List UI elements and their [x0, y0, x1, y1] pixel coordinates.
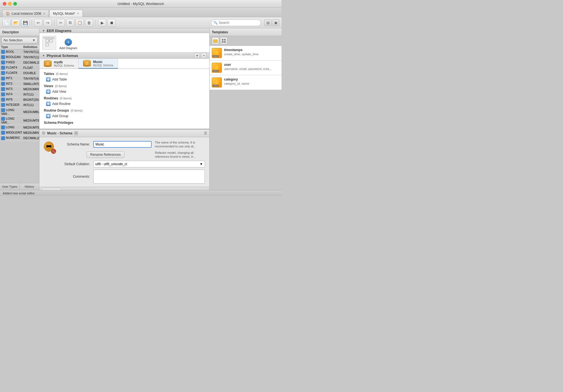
svg-rect-10	[222, 41, 223, 43]
tabbar: 🏠 Local instance 3306 ✕ MySQL Model* ✕	[0, 8, 282, 17]
search-input[interactable]	[219, 21, 258, 25]
add-table-label: Add Table	[52, 77, 67, 81]
add-view-button[interactable]: ⊕ Add View	[44, 89, 205, 94]
save-button[interactable]: 💾	[21, 19, 29, 27]
add-table-button[interactable]: ⊕ Add Table	[44, 77, 205, 82]
panel-close-button[interactable]: ✕	[74, 131, 78, 135]
type-row[interactable]: FLOAT4 FLOAT	[0, 65, 39, 71]
close-button[interactable]	[3, 2, 6, 6]
col-type-header: Type	[1, 45, 23, 49]
bottom-panel-content: 🔧 Schema Name: The name of the schema. I…	[39, 137, 209, 187]
comments-textarea[interactable]	[93, 170, 205, 184]
type-row[interactable]: BOOL TINYINT(1)	[0, 49, 39, 55]
template-thumb-category: ⭐ MWB	[212, 77, 222, 87]
window-title: Untitled - MySQL Workbench	[117, 2, 164, 6]
type-row[interactable]: LONG VAR... MEDIUMTEXT	[0, 116, 39, 125]
add-routine-button[interactable]: ⊕ Add Routine	[44, 101, 205, 107]
no-selection-select[interactable]: No Selection ▼	[2, 37, 37, 43]
delete-button[interactable]: 🗑	[85, 19, 93, 27]
schema-form-icon: 🔧	[44, 142, 56, 154]
type-row[interactable]: NUMERIC DECIMAL(1...	[0, 135, 39, 141]
schema-tab-music[interactable]: Music MySQL Schema	[79, 59, 118, 69]
copy-button[interactable]: ⧉	[66, 19, 74, 27]
view-full-button[interactable]: ▣	[272, 19, 279, 26]
main-layout: Description No Selection ▼ Type Definiti…	[0, 28, 282, 190]
type-row[interactable]: INT4 INT(11)	[0, 92, 39, 97]
toolbar: 📄 📂 💾 ↩ ↪ ✂ ⧉ 📋 🗑 ▶ ⏹ 🔍 ▤ ▣	[0, 17, 282, 28]
maximize-button[interactable]	[13, 2, 17, 6]
user-types-tab[interactable]: User Types	[0, 183, 20, 190]
center-inner: ▼ EER Diagrams PHYSICAL + Add Diagram	[39, 28, 209, 190]
svg-rect-9	[224, 39, 226, 41]
add-diagram-button[interactable]: + Add Diagram	[59, 39, 77, 50]
window-controls	[3, 2, 17, 6]
comments-row: Comments:	[59, 170, 205, 184]
tab-mysql-label: MySQL Model*	[53, 12, 75, 16]
schema-name-label: Schema Name:	[59, 142, 90, 146]
svg-rect-7	[213, 40, 217, 42]
collation-select[interactable]: utf8 - utf8_unicode_ci ▼	[93, 161, 205, 167]
type-row[interactable]: FLOAT8 DOUBLE	[0, 71, 39, 76]
type-row[interactable]: INT3 MEDIUMINT(9)	[0, 87, 39, 92]
open-button[interactable]: 📂	[12, 19, 20, 27]
tab-local-instance[interactable]: 🏠 Local instance 3306 ✕	[2, 10, 49, 17]
history-tab[interactable]: History	[20, 183, 39, 190]
view-buttons: ▤ ▣	[264, 19, 279, 26]
mydb-icon	[44, 60, 52, 67]
view-split-button[interactable]: ▤	[264, 19, 272, 26]
type-row[interactable]: BOOLEAN TINYINT(1)	[0, 55, 39, 60]
type-row[interactable]: INTEGER INT(11)	[0, 102, 39, 108]
undo-button[interactable]: ↩	[34, 19, 42, 27]
redo-button[interactable]: ↪	[44, 19, 52, 27]
schema-name-input[interactable]	[93, 141, 152, 148]
grid-svg	[222, 39, 226, 43]
add-view-label: Add View	[52, 90, 66, 94]
eer-section-title: EER Diagrams	[47, 29, 72, 33]
titlebar: Untitled - MySQL Workbench	[0, 0, 282, 8]
type-row[interactable]: INT1 TINYINT(4)	[0, 76, 39, 81]
minimize-button[interactable]	[8, 2, 12, 6]
tab-mysql-close-icon[interactable]: ✕	[77, 12, 79, 15]
left-footer-tabs: User Types History	[0, 183, 39, 190]
schema-footer-tab[interactable]: Schema	[42, 188, 61, 190]
type-row[interactable]: MIDDLEINT MEDIUMINT(9)	[0, 130, 39, 135]
template-user-cols: username, email, password, crea...	[224, 67, 272, 71]
panel-menu-button[interactable]: ☰	[204, 131, 207, 135]
remove-schema-button[interactable]: −	[201, 53, 207, 58]
type-row[interactable]: LONG VAR... MEDIUMBLOB	[0, 108, 39, 116]
center-panel: ▼ EER Diagrams PHYSICAL + Add Diagram	[39, 28, 209, 190]
type-row[interactable]: LONG MEDIUMTEXT	[0, 125, 39, 130]
svg-rect-2	[46, 43, 49, 46]
paste-button[interactable]: 📋	[76, 19, 84, 27]
schemas-title: Physical Schemas	[47, 54, 78, 58]
type-row[interactable]: FIXED DECIMAL(1...	[0, 60, 39, 65]
wrench-icon: 🔧	[51, 149, 56, 154]
tab-close-icon[interactable]: ✕	[43, 12, 45, 15]
execute-button[interactable]: ▶	[98, 19, 106, 27]
schema-tabs: mydb MySQL Schema Music MySQL Schema	[39, 59, 209, 69]
schema-name-hint: The name of the schema. It is recommende…	[155, 140, 205, 149]
template-timestamps-name: timestamps	[224, 48, 258, 52]
schema-tab-mydb[interactable]: mydb MySQL Schema	[39, 59, 79, 69]
comments-label: Comments:	[59, 175, 90, 179]
add-view-icon: ⊕	[46, 89, 51, 94]
tab-mysql-model[interactable]: MySQL Model* ✕	[49, 10, 83, 17]
diagram-thumbnail[interactable]: PHYSICAL	[42, 36, 56, 50]
rename-references-button[interactable]: Rename References	[87, 151, 124, 158]
template-user[interactable]: ⭐ MWB user username, email, password, cr…	[210, 61, 282, 75]
type-row[interactable]: INT2 SMALLINT(6)	[0, 81, 39, 87]
template-category[interactable]: ⭐ MWB category category_id, name	[210, 75, 282, 90]
add-group-button[interactable]: ⊕ Add Group	[44, 113, 205, 119]
right-folder-icon	[212, 37, 219, 44]
type-table: BOOL TINYINT(1) BOOLEAN TINYINT(1) FIXED…	[0, 49, 39, 183]
search-box[interactable]: 🔍	[211, 19, 261, 26]
status-bar: Added new script editor	[0, 190, 282, 196]
right-panel-header: Templates	[210, 28, 282, 36]
right-panel: Templates ⭐ MWB	[209, 28, 282, 190]
cut-button[interactable]: ✂	[57, 19, 65, 27]
add-schema-button[interactable]: +	[194, 53, 200, 58]
new-button[interactable]: 📄	[2, 19, 11, 27]
type-row[interactable]: INT8 BIGINT(20)	[0, 97, 39, 102]
template-timestamps[interactable]: ⭐ MWB timestamps create_time, update_tim…	[210, 46, 282, 61]
stop-button[interactable]: ⏹	[107, 19, 116, 27]
